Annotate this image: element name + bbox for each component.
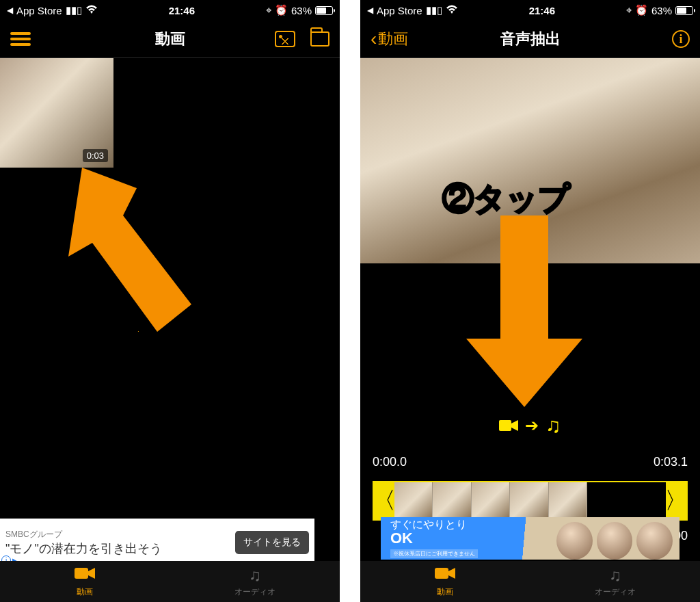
wifi-icon [446,5,458,16]
battery-percent: 63% [291,5,312,16]
back-to-app-label[interactable]: App Store [16,5,62,16]
status-bar: ◀ App Store ▮▮▯ 21:46 ⌖ ⏰ 63% [0,0,340,21]
frame-thumb [549,482,587,519]
svg-marker-7 [448,568,455,579]
frame-thumb [472,482,510,519]
back-to-app-icon[interactable]: ◀ [367,5,373,15]
ad-line2: OK [390,531,478,546]
ad-people-image [556,517,673,560]
ad-head: SMBCグループ [5,529,228,540]
svg-marker-5 [511,420,518,431]
video-thumbnail[interactable]: 0:03 [0,58,113,168]
video-grid: 0:03 ①タップ SMBCグループ "モノ"の潜在力を引き出そう サイトを見る… [0,58,340,602]
track-empty [587,482,666,519]
tab-bar: 動画 ♫ オーディオ [0,561,340,602]
audio-icon: ♫ [609,566,621,585]
arrow-right-icon: ➔ [525,416,539,435]
nav-bar: 動画 [0,21,340,58]
menu-icon[interactable] [10,32,31,46]
folder-icon[interactable] [310,31,329,47]
signal-icon: ▮▮▯ [66,4,82,16]
svg-marker-2 [88,568,95,579]
tab-audio[interactable]: ♫ オーディオ [170,561,340,602]
frame-thumb [394,482,433,519]
ad-sub: ※祝休系店日にご利用できません [390,549,478,558]
wifi-icon [85,5,98,16]
location-icon: ⌖ [266,4,271,16]
thumbnail-duration: 0:03 [83,149,108,162]
start-time: 0:00.0 [373,455,407,469]
signal-icon: ▮▮▯ [426,4,442,16]
info-icon[interactable]: i [672,30,690,48]
extract-button[interactable]: ➔ ♫ [360,414,700,437]
tab-video-label: 動画 [437,586,453,598]
ad-banner[interactable]: SMBCグループ "モノ"の潜在力を引き出そう サイトを見る i▶ [0,519,314,566]
ad-body: "モノ"の潜在力を引き出そう [5,540,228,557]
trim-bar[interactable]: 〈 〉 [373,481,688,521]
tab-video[interactable]: 動画 [0,561,170,602]
annotation-label: ①タップ [123,318,251,361]
page-title: 音声抽出 [360,29,700,49]
video-preview[interactable] [360,58,700,263]
tab-video-label: 動画 [77,586,93,598]
separator [340,0,360,602]
video-icon [499,419,518,432]
alarm-icon: ⏰ [275,4,288,16]
status-bar: ◀ App Store ▮▮▯ 21:46 ⌖ ⏰ 63% [360,0,700,21]
back-to-app-icon[interactable]: ◀ [7,5,13,15]
alarm-icon: ⏰ [635,4,648,16]
back-button[interactable]: ‹ 動画 [371,29,408,49]
svg-rect-4 [499,420,511,431]
svg-marker-0 [68,168,191,332]
tab-audio[interactable]: ♫ オーディオ [530,561,701,602]
tab-video[interactable]: 動画 [360,561,530,602]
trim-track[interactable] [394,482,666,519]
back-label: 動画 [378,29,408,49]
battery-icon [675,6,693,15]
extract-area: ②タップ ➔ ♫ 0:00.0 0:03.1 〈 〉 0:00 [360,58,700,602]
tab-audio-label: オーディオ [595,586,636,598]
right-screenshot: ◀ App Store ▮▮▯ 21:46 ⌖ ⏰ 63% ‹ 動画 音声抽出 … [360,0,700,602]
annotation-arrow-icon [55,147,212,352]
ad-banner[interactable]: すぐにやりとり OK ※祝休系店日にご利用できません [381,517,679,560]
time-range: 0:00.0 0:03.1 [373,455,688,469]
trim-handle-right[interactable]: 〉 [666,482,686,519]
tab-bar: 動画 ♫ オーディオ [360,561,700,602]
frame-thumb [433,482,471,519]
video-icon [435,566,455,585]
battery-icon [315,6,333,15]
svg-rect-6 [435,568,448,579]
battery-percent: 63% [651,5,672,16]
tab-audio-label: オーディオ [234,586,275,598]
svg-rect-1 [75,568,88,579]
chevron-left-icon: ‹ [371,29,377,49]
audio-icon: ♫ [249,566,261,585]
end-time: 0:03.1 [654,455,688,469]
frame-thumb [510,482,548,519]
ad-cta-button[interactable]: サイトを見る [235,531,309,554]
location-icon: ⌖ [626,4,632,16]
trim-handle-left[interactable]: 〈 [374,482,394,519]
nav-bar: ‹ 動画 音声抽出 i [360,21,700,58]
video-icon [75,566,95,585]
gallery-icon[interactable] [275,31,295,47]
back-to-app-label[interactable]: App Store [377,5,422,16]
left-screenshot: ◀ App Store ▮▮▯ 21:46 ⌖ ⏰ 63% 動画 0:03 [0,0,340,602]
music-icon: ♫ [546,414,561,437]
status-time: 21:46 [529,5,555,16]
status-time: 21:46 [169,5,195,16]
